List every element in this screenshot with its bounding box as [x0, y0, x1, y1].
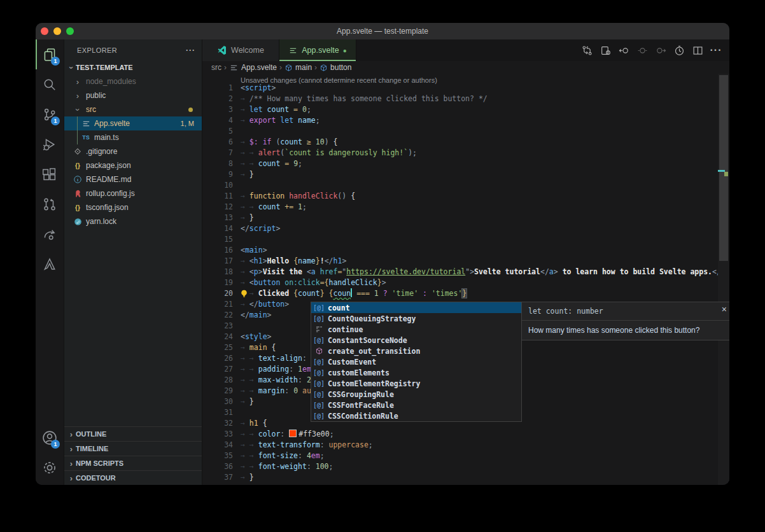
file-item-main-ts[interactable]: TSmain.ts — [64, 130, 202, 144]
file-item--gitignore[interactable]: .gitignore — [64, 144, 202, 158]
activity-item-accounts[interactable]: 1 — [36, 423, 64, 452]
suggest-item-create_out_transition[interactable]: create_out_transition — [311, 346, 521, 356]
activity-item-github-pr[interactable] — [36, 189, 64, 219]
next-change-button[interactable] — [654, 43, 668, 57]
code-line-4[interactable]: → export let name; — [241, 115, 320, 126]
code-line-6[interactable]: → $: if (count ≥ 10) { — [241, 137, 337, 148]
breadcrumb-item-src[interactable]: src — [211, 63, 221, 72]
code-line-21[interactable]: → </button> — [241, 299, 289, 310]
code-line-36[interactable]: → → font-weight: 100; — [241, 461, 333, 472]
zoom-button[interactable] — [66, 27, 74, 35]
code-line-20[interactable]: → → Clicked {count} {coun === 1 ? 'time'… — [241, 288, 467, 299]
code-line-11[interactable]: → function handleClick() { — [241, 191, 355, 202]
suggest-item-countqueuingstrategy[interactable]: [@]CountQueuingStrategy — [311, 313, 521, 324]
split-editor-icon — [692, 45, 703, 56]
tab-welcome[interactable]: Welcome — [202, 39, 279, 61]
code-line-18[interactable]: → <p>Visit the <a href="https://svelte.d… — [241, 267, 729, 277]
activity-item-run-debug[interactable] — [36, 129, 64, 159]
suggest-item-customevent[interactable]: [@]CustomEvent — [311, 356, 521, 367]
compare-changes-button[interactable] — [580, 43, 594, 57]
code-editor[interactable]: Unsaved changes (cannot determine recent… — [202, 74, 729, 485]
file-item-app-svelte[interactable]: App.svelte1, M — [64, 116, 202, 130]
minimize-button[interactable] — [53, 27, 61, 35]
color-swatch[interactable] — [289, 430, 297, 437]
panel-header-outline[interactable]: ›OUTLINE — [64, 426, 202, 441]
scrollbar-thumb[interactable] — [719, 75, 728, 261]
current-change-button[interactable] — [635, 43, 649, 57]
code-line-19[interactable]: → <button on:click={handleClick}> — [241, 277, 386, 288]
activity-item-azure[interactable] — [36, 249, 64, 279]
code-line-25[interactable]: → main { — [241, 342, 276, 353]
code-line-3[interactable]: → let count = 0; — [241, 104, 311, 115]
code-line-27[interactable]: → → padding: 1em; — [241, 364, 316, 375]
code-line-17[interactable]: → <h1>Hello {name}!</h1> — [241, 256, 346, 267]
panel-header-timeline[interactable]: ›TIMELINE — [64, 441, 202, 456]
close-icon[interactable]: × — [722, 304, 727, 314]
more-actions-button[interactable]: ··· — [709, 43, 723, 57]
code-line-14[interactable]: </script> — [241, 223, 280, 234]
breadcrumb-separator: › — [314, 63, 317, 72]
code-line-30[interactable]: → } — [241, 396, 254, 407]
tab-app-svelte[interactable]: App.svelte● — [279, 39, 356, 61]
suggest-item-count[interactable]: [@]count — [311, 302, 521, 313]
activity-item-explorer[interactable]: 1 — [36, 39, 64, 69]
breadcrumb-item-app-svelte[interactable]: App.svelte — [229, 63, 277, 73]
code-line-9[interactable]: → } — [241, 169, 254, 180]
open-changes-button[interactable] — [598, 43, 612, 57]
editor-scrollbar[interactable] — [718, 74, 729, 485]
suggest-item-customelementregistry[interactable]: [@]CustomElementRegistry — [311, 378, 521, 389]
split-editor-button[interactable] — [691, 43, 705, 57]
activity-item-search[interactable] — [36, 69, 64, 99]
breadcrumb-item-button[interactable]: button — [319, 63, 351, 72]
file-item-src[interactable]: ›src — [64, 102, 202, 116]
code-line-37[interactable]: → } — [241, 472, 254, 483]
code-line-22[interactable]: </main> — [241, 310, 272, 321]
code-line-2[interactable]: → /** How many times has someone clicked… — [241, 94, 488, 104]
github-pr-icon — [43, 197, 57, 211]
suggest-item-cssconditionrule[interactable]: [@]CSSConditionRule — [311, 410, 521, 421]
tab-bar: WelcomeApp.svelte● ··· — [202, 39, 729, 61]
suggest-item-cssfontfacerule[interactable]: [@]CSSFontFaceRule — [311, 400, 521, 410]
code-line-7[interactable]: → → alert(`count is dangerously high!`); — [241, 148, 417, 158]
file-item-node-modules[interactable]: ›node_modules — [64, 74, 202, 88]
workspace-section-header[interactable]: › TEST-TEMPLATE — [64, 60, 202, 74]
explorer-more-actions-icon[interactable]: ··· — [186, 46, 195, 55]
lightbulb-icon[interactable] — [239, 288, 249, 298]
close-button[interactable] — [41, 27, 48, 35]
code-line-13[interactable]: → } — [241, 213, 254, 223]
suggest-item-constantsourcenode[interactable]: [@]ConstantSourceNode — [311, 335, 521, 346]
code-line-8[interactable]: → → count = 9; — [241, 158, 302, 169]
activity-item-live-share[interactable] — [36, 219, 64, 249]
previous-change-button[interactable] — [617, 43, 631, 57]
line-number: 17 — [202, 256, 233, 267]
line-number: 23 — [202, 321, 233, 332]
code-line-33[interactable]: → → color: #ff3e00; — [241, 429, 334, 440]
panel-header-codetour[interactable]: ›CODETOUR — [64, 470, 202, 485]
code-line-32[interactable]: → h1 { — [241, 418, 267, 429]
file-item-rollup-config-js[interactable]: rollup.config.js — [64, 186, 202, 200]
breadcrumb-item-main[interactable]: main — [284, 63, 312, 72]
code-line-35[interactable]: → → font-size: 4em; — [241, 451, 325, 461]
file-item-readme-md[interactable]: README.md — [64, 172, 202, 186]
panel-header-npm-scripts[interactable]: ›NPM SCRIPTS — [64, 456, 202, 470]
file-item-package-json[interactable]: {}package.json — [64, 158, 202, 172]
code-line-1[interactable]: <script> — [241, 83, 276, 94]
activity-item-settings[interactable] — [36, 452, 64, 482]
code-line-24[interactable]: <style> — [241, 332, 272, 342]
line-number: 19 — [202, 277, 233, 288]
timer-button[interactable] — [672, 43, 686, 57]
modified-dot-icon[interactable]: ● — [343, 47, 347, 54]
suggest-item-cssgroupingrule[interactable]: [@]CSSGroupingRule — [311, 389, 521, 400]
file-item-tsconfig-json[interactable]: {}tsconfig.json — [64, 200, 202, 214]
file-item-public[interactable]: ›public — [64, 88, 202, 102]
sidebar-explorer: EXPLORER ··· › TEST-TEMPLATE ›node_modul… — [64, 39, 202, 485]
code-line-12[interactable]: → → count += 1; — [241, 202, 307, 213]
suggest-item-continue[interactable]: continue — [311, 324, 521, 335]
code-line-16[interactable]: <main> — [241, 245, 267, 256]
activity-item-extensions[interactable] — [36, 159, 64, 189]
code-line-34[interactable]: → → text-transform: uppercase; — [241, 440, 373, 451]
suggest-item-customelements[interactable]: [@]customElements — [311, 367, 521, 378]
symbol-variable-icon: [@] — [314, 315, 324, 322]
activity-item-source-control[interactable]: 1 — [36, 99, 64, 129]
file-item-yarn-lock[interactable]: yarn.lock — [64, 214, 202, 228]
